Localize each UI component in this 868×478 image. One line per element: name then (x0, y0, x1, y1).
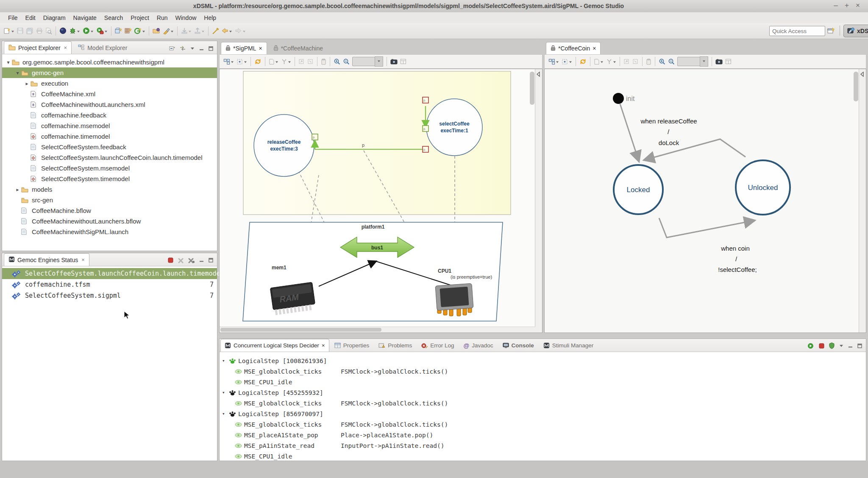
dropdown-arrow-icon[interactable] (242, 30, 246, 33)
mse-event-row[interactable]: MSE_pA1inState_readInputPort->pA1inState… (220, 440, 866, 451)
close-window-button[interactable]: × (853, 1, 863, 10)
tree-item-coffeemachinewithoutlaunchers-xml[interactable]: CoffeeMachinewithoutLaunchers.xml (2, 99, 217, 110)
engine-row-selectcoffeesystem-launchcoffeecoin-launch-timemodel[interactable]: SelectCoffeeSystem.launchCoffeeCoin.laun… (2, 268, 217, 279)
back-yellow-button[interactable] (220, 25, 233, 36)
engine-row-selectcoffeesystem-sigpml[interactable]: SelectCoffeeSystem.sigpml7 (2, 290, 217, 301)
state-unlocked[interactable]: Unlocked (736, 160, 790, 215)
search-doc-button[interactable] (45, 25, 53, 36)
new-file-button[interactable] (3, 25, 15, 36)
print-button[interactable] (35, 25, 44, 36)
page-gray-button[interactable] (593, 56, 604, 67)
g-wiz-button[interactable] (134, 25, 146, 36)
tree-item-org-gemoc-sample-bcool-coffeemachinewithsigpml[interactable]: ▾org.gemoc.sample.bcool.coffeemachinewit… (2, 57, 217, 67)
tree-item-coffeemachinewithsigpml-launch[interactable]: CoffeeMachinewithSigPML.launch (2, 226, 217, 237)
filters-button[interactable] (236, 56, 248, 67)
expander-expanded-icon[interactable]: ▾ (222, 411, 229, 417)
engine-row-coffemachine-tfsm[interactable]: coffemachine.tfsm7 (2, 279, 217, 290)
dropdown-arrow-icon[interactable] (275, 60, 278, 64)
tree-item-coffemachine-msemodel[interactable]: coffemachine.msemodel (2, 120, 217, 131)
state-locked[interactable]: Locked (614, 165, 663, 214)
expander-collapsed-icon[interactable]: ▸ (23, 81, 31, 87)
dropdown-arrow-icon[interactable] (201, 30, 205, 33)
menu-project[interactable]: Project (127, 13, 153, 22)
close-icon[interactable]: × (593, 45, 596, 52)
tab-model-explorer[interactable]: Model Explorer (73, 41, 132, 54)
menu-file[interactable]: File (4, 13, 22, 22)
tree-item-coffeemachinewithoutlaunchers-bflow[interactable]: CoffeeMachinewithoutLaunchers.bflow (2, 216, 217, 226)
dropdown-arrow-icon[interactable] (77, 30, 80, 33)
save-button[interactable] (16, 25, 25, 36)
expander-expanded-icon[interactable]: ▾ (14, 70, 21, 76)
close-icon[interactable]: × (322, 342, 325, 349)
tab-properties[interactable]: Properties (330, 339, 374, 352)
camera-button[interactable] (389, 56, 398, 67)
quick-access-input[interactable] (769, 26, 825, 36)
dropdown-arrow-icon[interactable] (142, 30, 145, 33)
zoom-out-button[interactable] (667, 56, 676, 67)
clipboard-button[interactable] (645, 56, 652, 67)
step-forward-icon[interactable] (807, 343, 815, 349)
arrange1-button[interactable] (298, 56, 306, 67)
platform-label[interactable]: platform1 (362, 224, 385, 230)
transition-locked-to-unlocked[interactable] (659, 218, 754, 238)
grid2-button[interactable] (399, 56, 407, 67)
refresh-button[interactable] (579, 56, 587, 67)
zoom-out-button[interactable] (342, 56, 351, 67)
mse-event-row[interactable]: MSE_globalClock_ticksFSMClock->globalClo… (220, 398, 866, 408)
dropdown-arrow-icon[interactable] (600, 60, 604, 64)
maximize-view-icon[interactable] (857, 344, 862, 348)
debug-button[interactable] (68, 25, 81, 36)
sphere-button[interactable] (58, 25, 67, 36)
tree-item-execution[interactable]: ▸execution (2, 78, 217, 89)
fork-gray-button[interactable] (605, 56, 617, 67)
minimize-window-button[interactable]: – (831, 1, 841, 10)
transition-label-selectcoffee[interactable]: when coin / !selectCoffee; (718, 245, 757, 273)
sigpml-canvas[interactable]: platform1 bus1 mem1 RAM (219, 69, 542, 333)
coffeecoin-palette-collapsed[interactable] (859, 69, 866, 333)
dropdown-arrow-icon[interactable] (90, 30, 94, 33)
link-with-editor-icon[interactable] (179, 45, 186, 51)
menu-run[interactable]: Run (153, 13, 172, 22)
brush-button[interactable] (162, 25, 175, 36)
view-menu-icon[interactable] (839, 344, 844, 348)
arrange2-button[interactable] (632, 56, 640, 67)
save-all-button[interactable] (25, 25, 34, 36)
dispose-all-engines-icon[interactable] (188, 257, 195, 263)
output-port[interactable]: p. (312, 134, 318, 140)
close-icon[interactable]: × (81, 257, 85, 263)
mse-event-row[interactable]: MSE_globalClock_ticksFSMClock->globalClo… (220, 419, 866, 430)
view-menu-icon[interactable] (190, 46, 195, 50)
clipboard-button[interactable] (320, 56, 327, 67)
maximize-view-icon[interactable] (208, 46, 214, 51)
logical-step-row[interactable]: ▾LogicalStep [856970097] (220, 408, 866, 419)
new-yellow-button[interactable] (211, 25, 220, 36)
tree-item-coffemachine-feedback[interactable]: coffemachine.feedback (2, 110, 217, 120)
tab-problems[interactable]: Problems (374, 339, 416, 352)
menu-help[interactable]: Help (200, 13, 220, 22)
dropdown-arrow-icon[interactable] (702, 59, 706, 63)
tree-item-coffeemachine-xml[interactable]: CoffeeMachine.xml (2, 89, 217, 99)
mse-event-row[interactable]: MSE_globalClock_ticksFSMClock->globalClo… (220, 366, 866, 377)
filters-button[interactable] (561, 56, 573, 67)
menu-navigate[interactable]: Navigate (70, 13, 100, 22)
expander-expanded-icon[interactable]: ▾ (222, 358, 229, 363)
tab-gemoc-engines-status[interactable]: Gemoc Engines Status × (4, 253, 89, 266)
fork-gray-button[interactable] (280, 56, 292, 67)
input-port[interactable]: p. (423, 97, 428, 103)
import-button[interactable] (180, 25, 192, 36)
initial-transition[interactable] (620, 104, 639, 161)
refresh-button[interactable] (253, 56, 262, 67)
dropdown-arrow-icon[interactable] (569, 60, 572, 64)
page-gray-button[interactable] (268, 56, 279, 67)
dropdown-arrow-icon[interactable] (244, 60, 247, 64)
connection-label[interactable]: p (362, 143, 364, 148)
mem-label[interactable]: mem1 (272, 265, 287, 271)
expander-expanded-icon[interactable]: ▾ (222, 390, 229, 395)
dropdown-arrow-icon[interactable] (377, 59, 381, 63)
tree-item-selectcoffeesystem-msemodel[interactable]: SelectCoffeeSystem.msemodel (2, 163, 217, 173)
tree-item-selectcoffeesystem-launchcoffeecoin-launch-timemodel[interactable]: SelectCoffeeSystem.launchCoffeeCoin.laun… (2, 152, 217, 163)
dropdown-arrow-icon[interactable] (231, 60, 234, 64)
menu-window[interactable]: Window (171, 13, 200, 22)
output-port[interactable]: p. (423, 146, 428, 152)
mse-event-row[interactable]: MSE_CPU1_idle (220, 377, 866, 387)
